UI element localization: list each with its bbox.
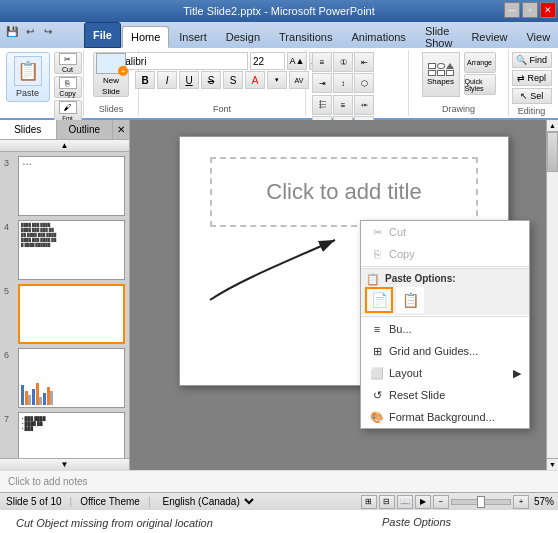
shapes-button[interactable]: Shapes <box>422 52 460 97</box>
left-callout: Cut Object missing from original locatio… <box>16 516 236 531</box>
cut-button[interactable]: ✂ Cut <box>54 52 82 74</box>
context-grid-item[interactable]: ⊞ Grid and Guides... <box>361 340 529 362</box>
restore-button[interactable]: ▫ <box>522 2 538 18</box>
find-button[interactable]: 🔍 Find <box>512 52 552 68</box>
quick-styles-button[interactable]: Quick Styles <box>464 74 496 95</box>
title-placeholder[interactable]: Click to add title <box>210 157 478 227</box>
canvas-scroll-thumb[interactable] <box>547 132 558 172</box>
text-direction-button[interactable]: ↕ <box>333 73 353 93</box>
bold-button[interactable]: B <box>135 71 155 89</box>
font-name-input[interactable] <box>115 52 248 70</box>
context-cut-label: Cut <box>389 226 406 238</box>
tab-slide-show[interactable]: Slide Show <box>416 26 462 48</box>
clipboard-controls: 📋 Paste ✂ Cut ⎘ Copy 🖌 Fmt <box>6 52 82 122</box>
numbering-button[interactable]: ① <box>333 52 353 72</box>
tab-view[interactable]: View <box>517 26 558 48</box>
view-normal-button[interactable]: ⊞ <box>361 495 377 509</box>
tab-home[interactable]: Home <box>122 26 169 48</box>
slide-panel-close-button[interactable]: ✕ <box>113 120 129 139</box>
clipboard-small-buttons: ✂ Cut ⎘ Copy 🖌 Fmt <box>54 52 82 122</box>
increase-indent-button[interactable]: ⇥ <box>312 73 332 93</box>
context-bullets-item[interactable]: ≡ Bu... <box>361 318 529 340</box>
slides-tab[interactable]: Slides <box>0 120 57 139</box>
outline-tab[interactable]: Outline <box>57 120 114 139</box>
scroll-up-button[interactable]: ▲ <box>0 140 129 152</box>
paragraph-group: ≡ ① ⇤ ⇥ ↕ ⬡ ⬱ ≡ ⬰ ☰ ⌸ ↕ Paragraph <box>306 50 409 116</box>
save-qat-button[interactable]: 💾 <box>4 23 20 39</box>
strikethrough-button[interactable]: S <box>201 71 221 89</box>
align-right-button[interactable]: ⬰ <box>354 95 374 115</box>
context-grid-label: Grid and Guides... <box>389 345 478 357</box>
align-center-button[interactable]: ≡ <box>333 95 353 115</box>
chart-bar-1c <box>28 395 31 405</box>
zoom-out-button[interactable]: − <box>433 495 449 509</box>
main-area: Slides Outline ✕ ▲ 3 • • • 4 <box>0 120 558 470</box>
canvas-scroll-down-button[interactable]: ▼ <box>547 458 558 470</box>
slide-7-thumbnail[interactable]: ▪ ███ ████▪ ████ ██▪ ███ <box>18 412 125 458</box>
tab-transitions[interactable]: Transitions <box>270 26 341 48</box>
language-select[interactable]: English (Canada) <box>159 495 257 508</box>
view-reading-button[interactable]: 📖 <box>397 495 413 509</box>
undo-qat-button[interactable]: ↩ <box>22 23 38 39</box>
drawing-group: Shapes Arrange Quick Styles Drawing <box>409 50 509 116</box>
context-bullets-label: Bu... <box>389 323 412 335</box>
slide-4-thumbnail[interactable]: ████ ███ ████████ ███ ███ ████ ████ ███ … <box>18 220 125 280</box>
redo-qat-button[interactable]: ↪ <box>40 23 56 39</box>
copy-button[interactable]: ⎘ Copy <box>54 76 82 98</box>
italic-button[interactable]: I <box>157 71 177 89</box>
underline-button[interactable]: U <box>179 71 199 89</box>
context-reset-item[interactable]: ↺ Reset Slide <box>361 384 529 406</box>
bullets-context-icon: ≡ <box>369 321 385 337</box>
slides-label: Slides <box>99 102 124 114</box>
convert-smartart-button[interactable]: ⬡ <box>354 73 374 93</box>
scroll-down-button[interactable]: ▼ <box>0 458 129 470</box>
zoom-slider[interactable] <box>451 499 511 505</box>
theme-name: Office Theme <box>80 496 140 507</box>
window-controls[interactable]: ─ ▫ ✕ <box>504 2 556 18</box>
select-button[interactable]: ↖ Sel <box>512 88 552 104</box>
minimize-button[interactable]: ─ <box>504 2 520 18</box>
replace-button[interactable]: ⇄ Repl <box>512 70 552 86</box>
canvas-scroll-track <box>547 132 558 458</box>
zoom-in-button[interactable]: + <box>513 495 529 509</box>
format-painter-button[interactable]: 🖌 Fmt <box>54 100 82 122</box>
increase-font-button[interactable]: A▲ <box>287 52 307 70</box>
tab-design[interactable]: Design <box>217 26 269 48</box>
view-slide-sorter-button[interactable]: ⊟ <box>379 495 395 509</box>
slide-5-thumbnail[interactable] <box>18 284 125 344</box>
notes-bar[interactable]: Click to add notes <box>0 470 558 492</box>
slide-3-thumbnail[interactable]: • • • <box>18 156 125 216</box>
font-color-button[interactable]: A <box>245 71 265 89</box>
slide-6-thumbnail[interactable] <box>18 348 125 408</box>
layout-context-icon: ⬜ <box>369 365 385 381</box>
arrange-button[interactable]: Arrange <box>464 52 496 73</box>
canvas-scroll-up-button[interactable]: ▲ <box>547 120 558 132</box>
font-size-input[interactable] <box>250 52 285 70</box>
paste-label: Paste <box>16 88 39 98</box>
shadow-button[interactable]: S <box>223 71 243 89</box>
tab-animations[interactable]: Animations <box>342 26 414 48</box>
slide-3-number: 3 <box>4 158 16 168</box>
paste-button[interactable]: 📋 Paste <box>6 52 50 102</box>
decrease-indent-button[interactable]: ⇤ <box>354 52 374 72</box>
status-sep-1: | <box>70 496 73 507</box>
zoom-thumb[interactable] <box>477 496 485 508</box>
view-slideshow-button[interactable]: ▶ <box>415 495 431 509</box>
chart-group-3 <box>43 387 53 405</box>
ribbon-tab-bar: 💾 ↩ ↪ File Home Insert Design Transition… <box>0 22 558 48</box>
paste-option-1-button[interactable]: 📄 <box>365 287 393 313</box>
ribbon-content: 📋 Paste ✂ Cut ⎘ Copy 🖌 Fmt Clipboard <box>0 48 558 120</box>
align-left-button[interactable]: ⬱ <box>312 95 332 115</box>
close-button[interactable]: ✕ <box>540 2 556 18</box>
tab-review[interactable]: Review <box>462 26 516 48</box>
bullets-button[interactable]: ≡ <box>312 52 332 72</box>
status-left: Slide 5 of 10 | Office Theme | English (… <box>0 495 263 508</box>
slide-7-content: ▪ ███ ████▪ ████ ██▪ ███ <box>19 413 124 458</box>
font-row-more[interactable]: ▾ <box>267 71 287 89</box>
context-format-bg-item[interactable]: 🎨 Format Background... <box>361 406 529 428</box>
tab-insert[interactable]: Insert <box>170 26 216 48</box>
slide-7-number: 7 <box>4 414 16 424</box>
paste-option-2-button[interactable]: 📋 <box>396 287 424 313</box>
context-layout-item[interactable]: ⬜ Layout ▶ <box>361 362 529 384</box>
slide-info: Slide 5 of 10 <box>6 496 62 507</box>
